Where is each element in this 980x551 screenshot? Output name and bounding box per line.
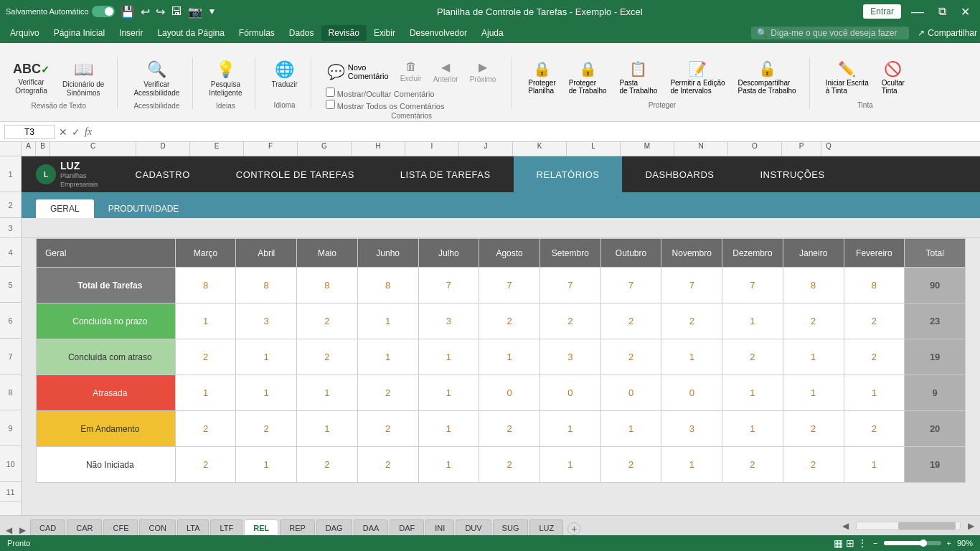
menu-inserir[interactable]: Inserir (112, 25, 150, 41)
ribbon-btn-excluir[interactable]: 🗑 Excluir (396, 57, 426, 85)
camera-icon[interactable]: 📷 (188, 5, 202, 19)
nav-instrucoes[interactable]: INSTRUÇÕES (737, 156, 847, 192)
val-atrasada-abril: 1 (236, 375, 297, 411)
excluir-label: Excluir (400, 75, 422, 83)
scroll-right-arrow[interactable]: ▶ (965, 521, 977, 531)
redo-icon[interactable]: ↪ (156, 5, 165, 19)
permitir-icon: 📝 (689, 60, 707, 77)
mostrar-todos-checkbox[interactable] (326, 100, 335, 109)
nav-cadastro[interactable]: CADASTRO (113, 156, 213, 192)
ribbon-btn-traduzir[interactable]: 🌐 Traduzir (267, 57, 301, 92)
sheet-tab-daf[interactable]: DAF (390, 519, 424, 535)
menu-pagina-inicial[interactable]: Página Inicial (47, 25, 112, 41)
row-10: 10 (0, 446, 21, 482)
sheet-nav-left[interactable]: ◀ (3, 525, 15, 535)
autosave-toggle[interactable] (92, 6, 115, 17)
scroll-bar-horizontal[interactable] (856, 522, 961, 530)
horizontal-scroll[interactable]: ◀ ▶ (837, 521, 980, 531)
menu-exibir[interactable]: Exibir (367, 25, 402, 41)
sheet-tab-daa[interactable]: DAA (354, 519, 389, 535)
ribbon-btn-ortografia[interactable]: ABC✓ VerificarOrtografia (9, 59, 54, 98)
ribbon-btn-iniciar-escrita[interactable]: ✏️ Iniciar Escritaà Tinta (821, 57, 873, 98)
sheet-tab-duv[interactable]: DUV (456, 519, 491, 535)
ribbon-btn-permitir[interactable]: 📝 Permitir a Ediçãode Intervalos (666, 57, 729, 98)
formula-check-icon[interactable]: ✓ (72, 126, 80, 138)
ribbon-btn-pesquisa[interactable]: 💡 PesquisaInteligente (204, 57, 246, 100)
menu-dados[interactable]: Dados (282, 25, 321, 41)
login-button[interactable]: Entrar (863, 4, 901, 19)
sheet-tab-sug[interactable]: SUG (493, 519, 529, 535)
menu-ajuda[interactable]: Ajuda (474, 25, 511, 41)
zoom-plus-icon[interactable]: + (947, 539, 951, 547)
val-total-julho: 7 (418, 268, 479, 303)
data-container[interactable]: Geral Março Abril Maio Junho Julho Agost… (22, 238, 980, 515)
ribbon-btn-pasta-trabalho[interactable]: 📋 Pastade Trabalho (616, 57, 662, 98)
page-layout-icon[interactable]: ⊞ (846, 537, 854, 549)
mostrar-todos-label[interactable]: Mostrar Todos os Comentários (326, 100, 501, 110)
sheet-tab-rep[interactable]: REP (280, 519, 315, 535)
zoom-slider[interactable] (884, 541, 941, 545)
ribbon-btn-sinonimos[interactable]: 📖 Dicionário deSinônimos (58, 57, 108, 100)
scroll-left-arrow[interactable]: ◀ (839, 521, 852, 531)
ribbon-btn-descompartilhar[interactable]: 🔓 DescompartilharPasta de Trabalho (734, 57, 801, 98)
ribbon-btn-proximo[interactable]: ▶ Próximo (466, 57, 501, 86)
share-button[interactable]: ↗ Compartilhar (918, 28, 977, 38)
sheet-tab-cfe[interactable]: CFE (103, 519, 138, 535)
nav-lista-tarefas[interactable]: LISTA DE TAREFAS (377, 156, 514, 192)
col-k: K (513, 142, 567, 156)
menu-desenvolvedor[interactable]: Desenvolvedor (402, 25, 474, 41)
nav-controle-tarefas[interactable]: CONTROLE DE TAREFAS (213, 156, 377, 192)
search-box[interactable]: 🔍 (751, 27, 909, 39)
sheet-tab-con[interactable]: CON (139, 519, 175, 535)
ribbon-btn-novo-comentario[interactable]: 💬 NovoComentário (323, 60, 393, 83)
save2-icon[interactable]: 🖫 (171, 5, 182, 18)
menu-formulas[interactable]: Fórmulas (232, 25, 282, 41)
menu-revisao[interactable]: Revisão (321, 25, 367, 41)
menu-layout[interactable]: Layout da Página (150, 25, 231, 41)
table-row-concluida-prazo: Concluída no prazo 1 3 2 1 3 2 2 2 2 1 2 (37, 303, 966, 339)
sheet-tab-car[interactable]: CAR (67, 519, 102, 535)
table-row-concluida-atraso: Concluída com atraso 2 1 2 1 1 1 3 2 1 2… (37, 339, 966, 375)
sheet-tab-rel[interactable]: REL (244, 519, 278, 535)
ribbon-btn-proteger-pasta[interactable]: 🔒 Protegerde Trabalho (565, 57, 611, 98)
ribbon-btn-ocultar-tinta[interactable]: 🚫 OcultarTinta (877, 57, 909, 98)
nav-relatorios[interactable]: RELATÓRIOS (514, 156, 623, 192)
mostrar-ocultar-label[interactable]: Mostrar/Ocultar Comentário (326, 88, 501, 98)
sheet-tab-dag[interactable]: DAG (316, 519, 352, 535)
page-break-icon[interactable]: ⋮ (857, 537, 867, 549)
ribbon-btn-acessibilidade[interactable]: 🔍 VerificarAcessibilidade (129, 57, 184, 100)
minimize-button[interactable]: — (907, 3, 928, 21)
formula-times-icon[interactable]: ✕ (59, 126, 67, 138)
menu-arquivo[interactable]: Arquivo (3, 25, 47, 41)
close-button[interactable]: ✕ (956, 4, 974, 20)
ribbon-btn-proteger-planilha[interactable]: 🔒 ProtegerPlanilha (524, 57, 560, 98)
cell-reference[interactable]: T3 (4, 125, 55, 139)
sheet-tab-add[interactable]: + (567, 522, 580, 535)
sheet-tab-cad[interactable]: CAD (30, 519, 65, 535)
sheet-nav-right[interactable]: ▶ (17, 525, 29, 535)
dropdown-icon[interactable]: ▼ (208, 6, 217, 17)
sheet-tab-ltf[interactable]: LTF (210, 519, 242, 535)
normal-view-icon[interactable]: ▦ (834, 537, 843, 549)
val-atrasada-dezembro: 1 (722, 375, 783, 411)
mostrar-ocultar-checkbox[interactable] (326, 88, 335, 97)
val-andamento-outubro: 1 (600, 411, 661, 447)
subtab-geral[interactable]: GERAL (36, 199, 94, 218)
restore-button[interactable]: ⧉ (934, 4, 951, 19)
sheet-tab-lta[interactable]: LTA (177, 519, 209, 535)
subtab-produtividade[interactable]: PRODUTIVIDADE (94, 199, 194, 218)
sheet-tab-luz[interactable]: LUZ (529, 519, 563, 535)
search-input[interactable] (771, 28, 900, 38)
formula-input[interactable] (96, 127, 976, 137)
save-icon[interactable]: 💾 (121, 5, 135, 19)
autosave-label: Salvamento Automático (6, 7, 89, 16)
zoom-handle[interactable] (920, 540, 927, 547)
zoom-minus-icon[interactable]: − (873, 539, 877, 547)
ribbon-group-tinta: ✏️ Iniciar Escritaà Tinta 🚫 OcultarTinta… (819, 57, 918, 109)
nav-dashboards[interactable]: DASHBOARDS (622, 156, 737, 192)
novo-comentario-icon: 💬 (327, 63, 345, 80)
label-concluida-atraso: Concluída com atraso (37, 339, 176, 375)
ribbon-btn-anterior[interactable]: ◀ Anterior (429, 57, 463, 86)
undo-icon[interactable]: ↩ (141, 5, 150, 19)
sheet-tab-ini[interactable]: INI (425, 519, 454, 535)
